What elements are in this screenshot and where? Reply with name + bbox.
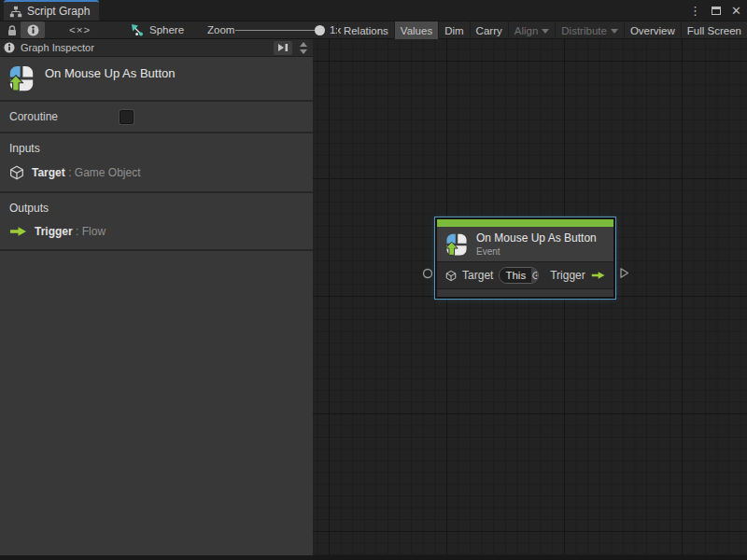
flow-arrow-icon	[9, 226, 27, 237]
output-port-type: Flow	[82, 225, 106, 238]
dock-panel-button[interactable]	[274, 41, 292, 55]
dim-button[interactable]: Dim	[438, 21, 469, 39]
graph-pointer-icon[interactable]	[129, 21, 144, 38]
kebab-menu-icon[interactable]: ⋮	[689, 5, 701, 17]
event-node[interactable]: On Mouse Up As Button Event Target This …	[435, 217, 615, 299]
mouse-up-icon	[7, 64, 35, 92]
input-port-row: Target : Game Object	[9, 165, 303, 180]
align-button[interactable]: Align	[508, 21, 556, 39]
tab-bar: Script Graph ⋮ ✕	[0, 0, 747, 21]
distribute-button[interactable]: Distribute	[555, 21, 624, 39]
carry-button[interactable]: Carry	[470, 21, 508, 39]
node-subtitle: Event	[476, 246, 597, 257]
node-port-row: Target This ⊙ Trigger	[437, 261, 613, 288]
coroutine-label: Coroutine	[9, 110, 120, 123]
window-bottom-edge	[0, 555, 747, 560]
target-value: This	[500, 268, 531, 283]
inspector-header: Graph Inspector	[0, 39, 313, 57]
node-input-label: Target	[462, 269, 493, 282]
target-value-chip[interactable]: This ⊙	[499, 267, 539, 284]
full-screen-button[interactable]: Full Screen	[681, 21, 747, 39]
flow-arrow-icon	[591, 270, 605, 281]
graph-canvas[interactable]: On Mouse Up As Button Event Target This …	[313, 39, 747, 560]
info-icon	[27, 24, 39, 36]
unit-title-row: On Mouse Up As Button	[0, 57, 313, 102]
outputs-header: Outputs	[9, 202, 303, 215]
inputs-section: Inputs Target : Game Object	[0, 133, 313, 193]
chevron-down-icon	[611, 29, 618, 34]
maximize-icon[interactable]	[712, 7, 721, 15]
output-port-name: Trigger	[35, 225, 73, 238]
zoom-label: Zoom	[207, 21, 234, 38]
code-view-icon[interactable]: <×>	[69, 21, 91, 38]
coroutine-row: Coroutine	[0, 102, 313, 133]
inspector-title: Graph Inspector	[21, 42, 268, 53]
node-accent-bar	[437, 219, 613, 227]
input-port-name: Target	[32, 166, 65, 179]
play-bar-icon	[276, 42, 289, 53]
outputs-section: Outputs Trigger : Flow	[0, 193, 313, 251]
info-icon	[4, 42, 15, 53]
chevron-down-icon	[300, 49, 307, 54]
values-button[interactable]: Values	[394, 21, 438, 39]
node-output-label: Trigger	[550, 269, 585, 282]
inputs-header: Inputs	[9, 142, 303, 155]
input-port-circle[interactable]	[422, 268, 433, 279]
object-picker-icon[interactable]: ⊙	[531, 268, 539, 283]
input-port-type: Game Object	[75, 166, 141, 179]
game-object-cube-icon	[445, 269, 457, 283]
graph-hierarchy-icon	[9, 6, 22, 18]
chevron-down-icon	[542, 29, 549, 34]
output-port-triangle[interactable]	[619, 267, 629, 279]
chevron-up-icon	[300, 42, 307, 47]
node-header[interactable]: On Mouse Up As Button Event	[437, 227, 613, 261]
inspector-toggle-button[interactable]	[21, 21, 45, 38]
coroutine-checkbox[interactable]	[120, 110, 134, 124]
context-object-label[interactable]: Sphere	[149, 21, 184, 38]
lock-icon[interactable]	[6, 21, 19, 38]
tab-title: Script Graph	[27, 5, 90, 18]
node-footer	[437, 288, 613, 297]
unit-title-text: On Mouse Up As Button	[45, 66, 175, 80]
panel-scrubber[interactable]	[298, 40, 309, 55]
graph-toolbar: <×> Sphere Zoom 1x Relations Values Dim …	[0, 21, 747, 39]
overview-button[interactable]: Overview	[624, 21, 681, 39]
relations-button[interactable]: Relations	[337, 21, 394, 39]
tab-script-graph[interactable]: Script Graph	[4, 0, 99, 21]
node-title: On Mouse Up As Button	[476, 231, 597, 245]
mouse-up-icon	[444, 232, 469, 257]
zoom-slider-knob[interactable]	[315, 25, 325, 35]
toolbar-button-group: Relations Values Dim Carry Align Distrib…	[337, 21, 747, 39]
game-object-cube-icon	[9, 165, 24, 180]
zoom-slider-track[interactable]	[235, 30, 321, 31]
graph-inspector-panel: Graph Inspector On Mouse Up As Button Co…	[0, 39, 313, 555]
output-port-row: Trigger : Flow	[9, 225, 303, 238]
close-icon[interactable]: ✕	[731, 5, 741, 17]
